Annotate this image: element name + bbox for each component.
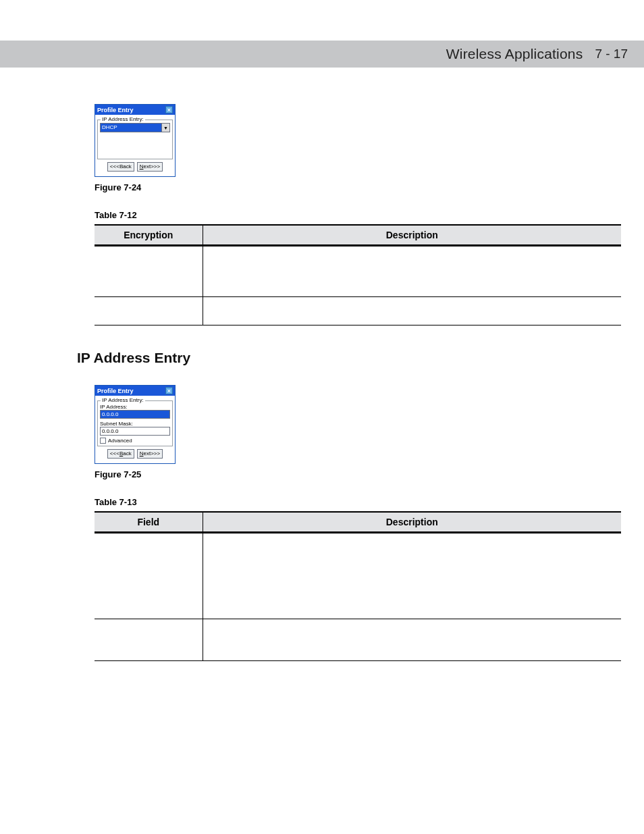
table-header-row: Field Description	[95, 512, 621, 533]
ip-mode-select-value: DHCP	[101, 124, 161, 132]
window-title-text: Profile Entry	[97, 107, 134, 113]
table-cell	[203, 297, 621, 325]
col-header-description: Description	[203, 512, 621, 533]
window-title-text: Profile Entry	[97, 388, 134, 394]
table-7-12: Encryption Description	[95, 224, 621, 325]
ip-address-label: IP Address:	[100, 404, 170, 410]
close-icon[interactable]: ×	[165, 387, 173, 394]
figure-7-24-caption: Figure 7-24	[95, 182, 630, 192]
col-header-description: Description	[203, 225, 621, 246]
group-legend: IP Address Entry:	[101, 397, 145, 403]
figure-7-25-caption: Figure 7-25	[95, 469, 630, 479]
window-titlebar: Profile Entry ×	[95, 386, 175, 396]
back-button[interactable]: <<<Back	[107, 162, 134, 172]
table-cell	[203, 533, 621, 619]
table-row	[95, 246, 621, 297]
header-band: Wireless Applications 7 - 17	[0, 41, 644, 68]
ip-address-field[interactable]: 0.0.0.0	[100, 410, 170, 419]
back-button[interactable]: <<<Back	[107, 449, 134, 459]
header-page-number: 7 - 17	[595, 47, 628, 61]
table-7-12-caption: Table 7-12	[95, 210, 630, 220]
table-cell	[95, 533, 203, 619]
page-content: Profile Entry × IP Address Entry: DHCP ▼…	[0, 66, 644, 695]
table-row	[95, 297, 621, 325]
table-cell	[95, 619, 203, 661]
chevron-down-icon[interactable]: ▼	[161, 124, 169, 132]
table-cell	[95, 297, 203, 325]
window-body: IP Address Entry: IP Address: 0.0.0.0 Su…	[95, 396, 175, 463]
col-header-encryption: Encryption	[95, 225, 203, 246]
header-title: Wireless Applications	[446, 46, 583, 62]
table-cell	[203, 246, 621, 297]
spacer	[100, 132, 170, 157]
advanced-label: Advanced	[108, 438, 132, 444]
section-heading-ip-address-entry: IP Address Entry	[77, 350, 630, 366]
close-icon[interactable]: ×	[165, 106, 173, 113]
advanced-row: Advanced	[100, 438, 170, 444]
table-row	[95, 619, 621, 661]
page-header: Wireless Applications 7 - 17	[0, 0, 644, 66]
next-button[interactable]: Next>>>	[137, 449, 163, 459]
subnet-mask-field[interactable]: 0.0.0.0	[100, 427, 170, 436]
table-header-row: Encryption Description	[95, 225, 621, 246]
window-body: IP Address Entry: DHCP ▼ <<<Back Next>>>	[95, 115, 175, 176]
ip-mode-select[interactable]: DHCP ▼	[100, 123, 170, 132]
button-row: <<<Back Next>>>	[97, 159, 173, 174]
button-row: <<<Back Next>>>	[97, 446, 173, 461]
profile-entry-window-static: Profile Entry × IP Address Entry: IP Add…	[95, 385, 176, 464]
advanced-checkbox[interactable]	[100, 438, 106, 444]
profile-entry-window-dhcp: Profile Entry × IP Address Entry: DHCP ▼…	[95, 104, 176, 177]
subnet-mask-label: Subnet Mask:	[100, 421, 170, 427]
group-legend: IP Address Entry:	[101, 116, 145, 122]
table-7-13-caption: Table 7-13	[95, 497, 630, 507]
ip-address-entry-group: IP Address Entry: DHCP ▼	[97, 120, 173, 159]
ip-address-entry-group: IP Address Entry: IP Address: 0.0.0.0 Su…	[97, 400, 173, 446]
col-header-field: Field	[95, 512, 203, 533]
table-cell	[203, 619, 621, 661]
table-7-13: Field Description	[95, 511, 621, 661]
window-titlebar: Profile Entry ×	[95, 105, 175, 115]
table-row	[95, 533, 621, 619]
next-button[interactable]: Next>>>	[137, 162, 163, 172]
table-cell	[95, 246, 203, 297]
